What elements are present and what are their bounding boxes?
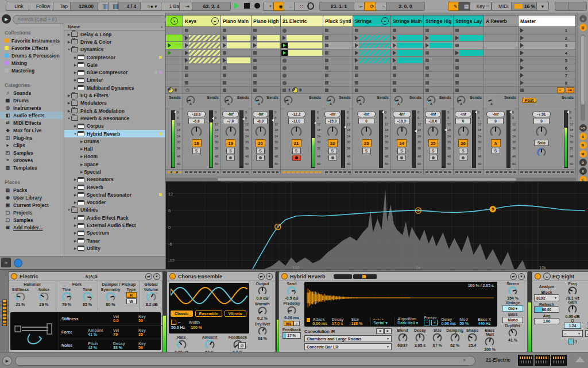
noise-knob[interactable]	[38, 292, 49, 302]
sidebar-item-sounds[interactable]: ♫Sounds	[0, 89, 63, 97]
solo-button[interactable]: S	[362, 148, 371, 154]
clip-slot[interactable]	[252, 34, 281, 42]
ir-file-select[interactable]: Concrete Bar LR▼	[304, 343, 392, 350]
cell-value[interactable]: 42 %	[88, 346, 113, 350]
clip-slot[interactable]	[166, 49, 183, 57]
track-header-pluck[interactable]: Pluck Synth	[323, 15, 353, 27]
track-activator[interactable]: 24	[397, 139, 407, 147]
fader-marker[interactable]	[444, 128, 447, 132]
clip[interactable]	[287, 35, 322, 41]
pan-knob[interactable]	[190, 125, 203, 138]
sort-arrow-icon[interactable]: ▲	[160, 25, 163, 28]
mode-button-vibrato[interactable]: Vibrato	[225, 310, 246, 317]
solo-button[interactable]: S	[328, 148, 337, 154]
knob-value[interactable]: 79 %	[57, 302, 76, 306]
sidebar-item-max-for-live[interactable]: ◈Max for Live	[0, 126, 63, 134]
knob-value[interactable]: 62 %	[446, 343, 463, 347]
param-value[interactable]: 0.00 ms	[441, 321, 459, 325]
param-value[interactable]: 440 Hz	[478, 321, 496, 325]
track-header-partial[interactable]: ▼	[166, 15, 183, 27]
tree-expand-arrow[interactable]: ▶	[73, 231, 78, 235]
clip-slot[interactable]	[484, 72, 519, 79]
volume-value[interactable]: -15.0	[325, 118, 340, 124]
clip-slot[interactable]	[391, 49, 424, 57]
tree-expand-arrow[interactable]: ▶	[73, 63, 78, 67]
track-header-electric21[interactable]: 21 Electric	[281, 15, 323, 27]
tree-expand-arrow[interactable]: ▶	[79, 140, 84, 143]
clip-slot[interactable]	[454, 27, 484, 34]
bass-mono-button[interactable]: Mono	[502, 317, 523, 323]
show-hide-device-view-button[interactable]	[575, 356, 585, 362]
pan-knob[interactable]	[326, 125, 339, 138]
feedback-box[interactable]: 17 %	[283, 332, 301, 339]
clip-slot[interactable]	[323, 64, 353, 72]
tree-expand-arrow[interactable]: ▼	[67, 117, 71, 120]
help-view-button[interactable]	[14, 259, 22, 267]
clip-slot[interactable]	[353, 72, 391, 79]
sidebar-item-midi-effects[interactable]: ⇄MIDI Effects	[0, 119, 63, 126]
mode-button-classic[interactable]: Classic	[171, 310, 193, 317]
clip-slot[interactable]	[221, 57, 252, 64]
fader-marker[interactable]	[174, 110, 176, 114]
clip-slot[interactable]	[323, 49, 353, 57]
fader-marker[interactable]	[212, 117, 214, 120]
band-1-gain-knob[interactable]	[567, 304, 578, 315]
arm-button[interactable]	[459, 155, 467, 161]
track-header-a-reverb[interactable]: A Reverb	[484, 15, 519, 27]
knob-value[interactable]: 85 %	[78, 302, 97, 306]
tree-item-hall[interactable]: ▶Hall	[64, 145, 165, 152]
cell-value[interactable]: 0.0	[113, 319, 138, 323]
tree-item-dynamics[interactable]: ▼Dynamics	[64, 46, 165, 53]
volume-value[interactable]: 0	[358, 118, 374, 124]
freeze-button[interactable]: ✳	[431, 320, 438, 325]
tab-eq[interactable]	[353, 274, 377, 279]
predelay-knob[interactable]	[287, 305, 297, 316]
tree-item-spectral-resonator[interactable]: ▶Spectral Resonator	[64, 191, 165, 198]
tree-expand-arrow[interactable]: ▶	[79, 155, 84, 158]
clip-slot[interactable]	[424, 27, 454, 34]
sidebar-item-packs[interactable]: ▧Packs	[0, 186, 63, 194]
group-clip-hatch[interactable]	[189, 50, 220, 56]
device-activator[interactable]	[535, 273, 541, 279]
save-preset-icon[interactable]: ▼	[518, 273, 525, 280]
clip-slot[interactable]	[454, 64, 484, 72]
cell-value[interactable]: 38 %	[113, 346, 138, 350]
algorithm-select[interactable]: AlgorithmDark Hall ▾	[394, 317, 424, 325]
stop-all-button[interactable]: ▸■	[566, 87, 574, 93]
mixer-section-toggle-r[interactable]: R	[579, 141, 587, 149]
analyze-label[interactable]: Analyze	[534, 285, 559, 289]
tree-item-pitch-modulation[interactable]: ▶Pitch & Modulation	[64, 107, 165, 114]
clip-slot[interactable]: 7	[519, 72, 576, 79]
q-value-box[interactable]: 1.24	[564, 323, 581, 329]
fader-marker[interactable]	[415, 129, 417, 133]
knob-value[interactable]: 0.2 %	[251, 316, 274, 320]
peak-level-value[interactable]: -Inf	[455, 111, 471, 117]
peak-level-value[interactable]: -12.2	[287, 111, 305, 117]
track-header-keys[interactable]: Keys↩	[183, 15, 221, 27]
arm-button[interactable]	[256, 155, 265, 161]
clip-slot[interactable]	[424, 57, 454, 64]
clip-slot[interactable]	[454, 34, 484, 42]
cell-value[interactable]: 79	[113, 332, 138, 336]
tree-item-drums[interactable]: ▶Drums	[64, 137, 165, 145]
group-clip-hatch[interactable]	[189, 57, 220, 63]
tree-item-tuner[interactable]: ▶Tuner	[64, 237, 165, 244]
hot-swap-icon[interactable]: ⇄	[510, 273, 517, 280]
clip-slot[interactable]	[353, 64, 391, 72]
mode-button-ensemble[interactable]: Ensemble	[195, 310, 222, 317]
peak-level-value[interactable]: -18.8	[187, 111, 206, 117]
device-fold-icon[interactable]: ▲	[543, 273, 551, 280]
mixer-section-toggle-x[interactable]: X	[579, 167, 587, 175]
clip-slot[interactable]	[353, 34, 391, 42]
clip-slot[interactable]	[484, 27, 519, 34]
tree-expand-arrow[interactable]: ▶	[73, 216, 78, 220]
ir-on-toggle[interactable]	[307, 318, 310, 322]
ir-category-select[interactable]: Chambers and Large Rooms▼	[304, 335, 392, 342]
algorithm-value[interactable]: Dark Hall ▾	[397, 321, 424, 325]
tree-item-reverb[interactable]: ▶Reverb	[64, 183, 165, 191]
track-activator[interactable]: 26	[458, 139, 468, 147]
tree-item-eq-filters[interactable]: ▶EQ & Filters	[64, 91, 165, 99]
cpu-menu-arrow[interactable]: ▾	[536, 2, 549, 11]
tree-expand-arrow[interactable]: ▶	[73, 239, 78, 243]
tree-expand-arrow[interactable]: ▶	[67, 94, 71, 97]
